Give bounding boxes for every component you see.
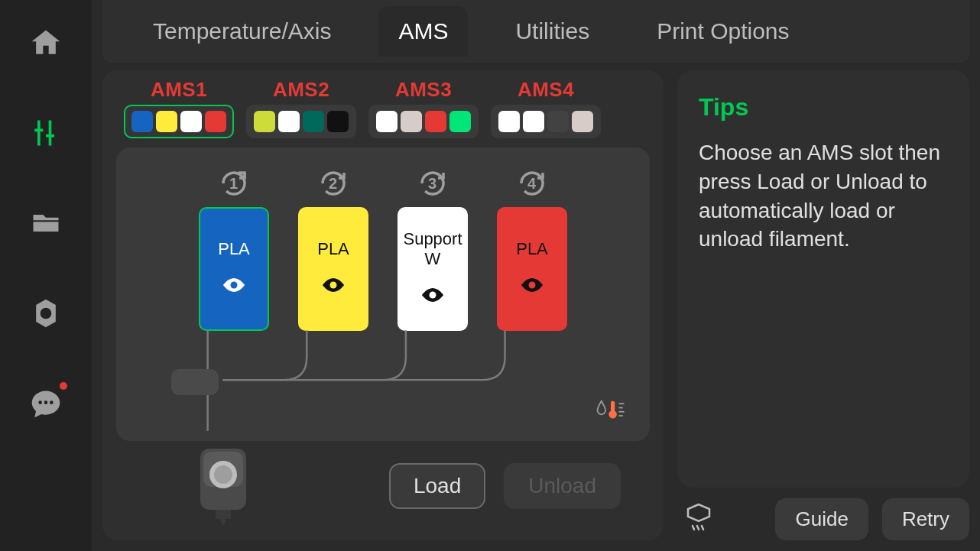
- eye-icon: [221, 276, 247, 299]
- swatch: [572, 111, 593, 132]
- settings-icon[interactable]: [28, 295, 64, 332]
- slot-4-label: PLA: [516, 239, 548, 259]
- slot-1: 1 PLA: [199, 167, 269, 331]
- slot-1-card[interactable]: PLA: [199, 207, 269, 331]
- swatch: [498, 111, 520, 132]
- tips-panel: Tips Choose an AMS slot then press Load …: [677, 70, 969, 540]
- eye-icon: [320, 276, 346, 299]
- slot-2-label: PLA: [317, 239, 349, 259]
- ams-unit-row: AMS1 AMS2: [116, 78, 650, 138]
- eye-icon: [420, 286, 446, 309]
- notification-dot: [60, 382, 67, 390]
- slot-2: 2 PLA: [298, 167, 368, 331]
- extruder-icon: [193, 444, 254, 528]
- ams-unit-2[interactable]: AMS2: [246, 78, 356, 138]
- files-icon[interactable]: [28, 205, 64, 241]
- tab-bar: Temperature/Axis AMS Utilities Print Opt…: [102, 0, 969, 63]
- home-icon[interactable]: [28, 24, 64, 61]
- ams-unit-2-swatches: [246, 105, 356, 138]
- unload-button[interactable]: Unload: [504, 463, 621, 509]
- refresh-icon[interactable]: 2: [317, 167, 349, 199]
- slot-number: 3: [428, 175, 436, 193]
- swatch: [327, 111, 349, 132]
- humidity-temp-icon[interactable]: [595, 397, 627, 424]
- swatch: [449, 111, 471, 132]
- swatch: [376, 111, 398, 132]
- refresh-icon[interactable]: 3: [417, 167, 449, 199]
- eye-icon: [519, 276, 545, 299]
- ams-unit-1[interactable]: AMS1: [124, 78, 234, 138]
- ams-unit-3[interactable]: AMS3: [368, 78, 479, 138]
- tips-body: Choose an AMS slot then press Load or Un…: [699, 138, 948, 254]
- svg-rect-14: [216, 510, 231, 519]
- slot-3-card[interactable]: Support W: [398, 207, 468, 331]
- guide-button[interactable]: Guide: [775, 498, 868, 540]
- slot-4: 4 PLA: [497, 167, 567, 331]
- ams-unit-2-label: AMS2: [273, 78, 329, 102]
- swatch: [254, 111, 275, 132]
- swatch: [303, 111, 324, 132]
- filament-sensor-icon[interactable]: [682, 501, 716, 538]
- slot-number: 2: [329, 175, 337, 193]
- ams-unit-3-swatches: [368, 105, 479, 138]
- tips-title: Tips: [699, 93, 948, 122]
- slot-4-card[interactable]: PLA: [497, 207, 567, 331]
- swatch: [205, 111, 226, 132]
- ams-unit-4[interactable]: AMS4: [491, 78, 601, 138]
- svg-marker-15: [220, 519, 226, 527]
- slot-number: 1: [229, 175, 238, 193]
- ams-panel: AMS1 AMS2: [102, 70, 664, 540]
- ams-diagram: 1 PLA 2: [116, 147, 650, 441]
- slot-number: 4: [527, 175, 536, 193]
- swatch: [523, 111, 544, 132]
- swatch: [547, 111, 569, 132]
- swatch: [401, 111, 422, 132]
- chat-icon[interactable]: [28, 385, 64, 422]
- controls-icon[interactable]: [28, 115, 64, 151]
- swatch: [156, 111, 177, 132]
- tab-utilities[interactable]: Utilities: [495, 6, 609, 57]
- tab-temperature-axis[interactable]: Temperature/Axis: [133, 6, 351, 57]
- ams-hub: [171, 369, 219, 395]
- retry-button[interactable]: Retry: [882, 498, 969, 540]
- tips-box: Tips Choose an AMS slot then press Load …: [677, 70, 969, 488]
- svg-point-13: [214, 465, 232, 484]
- swatch: [425, 111, 446, 132]
- swatch: [180, 111, 202, 132]
- main-area: Temperature/Axis AMS Utilities Print Opt…: [92, 0, 980, 551]
- slot-3: 3 Support W: [398, 167, 468, 331]
- tab-print-options[interactable]: Print Options: [637, 6, 809, 57]
- slot-3-label: Support W: [402, 229, 463, 269]
- refresh-icon[interactable]: 1: [218, 167, 250, 199]
- ams-unit-4-swatches: [491, 105, 601, 138]
- ams-unit-1-swatches: [124, 105, 234, 138]
- svg-point-7: [330, 282, 337, 289]
- svg-point-1: [608, 410, 617, 419]
- ams-unit-1-label: AMS1: [151, 78, 207, 102]
- load-button[interactable]: Load: [389, 463, 485, 509]
- swatch: [131, 111, 153, 132]
- tab-ams[interactable]: AMS: [378, 6, 468, 57]
- ams-unit-3-label: AMS3: [395, 78, 452, 102]
- svg-point-8: [430, 292, 436, 299]
- slot-2-card[interactable]: PLA: [298, 207, 368, 331]
- sidebar: [0, 0, 92, 551]
- ams-unit-4-label: AMS4: [518, 78, 574, 102]
- swatch: [278, 111, 300, 132]
- svg-point-9: [529, 282, 536, 289]
- svg-point-6: [231, 282, 238, 289]
- refresh-icon[interactable]: 4: [516, 167, 548, 199]
- slot-1-label: PLA: [218, 239, 250, 259]
- svg-rect-0: [611, 401, 615, 412]
